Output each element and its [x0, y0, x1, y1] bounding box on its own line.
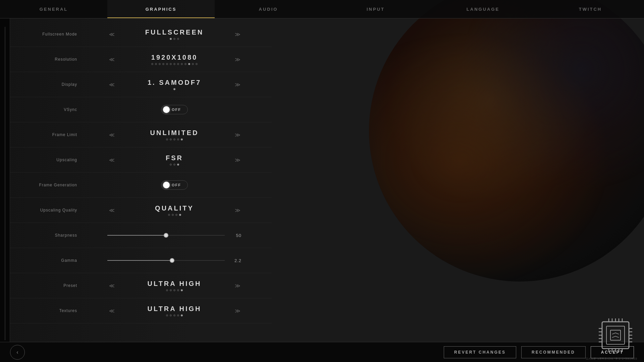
setting-label-upscaling-quality: Upscaling Quality — [20, 208, 87, 213]
arrow-left-upscaling[interactable]: ≪ — [107, 155, 116, 165]
dot-resolution-10 — [188, 63, 190, 65]
slider-thumb-gamma[interactable] — [170, 258, 174, 263]
dot-resolution-9 — [184, 63, 186, 65]
setting-label-preset: Preset — [20, 283, 87, 288]
toggle-knob-vsync — [163, 106, 170, 113]
settings-panel: Fullscreen Mode≪FULLSCREEN≫Resolution≪19… — [10, 18, 272, 342]
setting-label-resolution: Resolution — [20, 57, 87, 62]
setting-row-textures: Textures≪ULTRA HIGH≫ — [10, 298, 272, 323]
arrow-right-frame-limit[interactable]: ≫ — [233, 130, 241, 140]
toggle-label-vsync: OFF — [172, 108, 181, 112]
setting-row-vsync: VSyncOFF — [10, 97, 272, 122]
setting-label-gamma: Gamma — [20, 258, 87, 263]
dot-resolution-2 — [159, 63, 161, 65]
arrow-control-fullscreen-mode: ≪FULLSCREEN≫ — [107, 28, 241, 40]
tab-twitch[interactable]: TWITCH — [537, 0, 644, 18]
dot-upscaling-2 — [177, 164, 179, 166]
dots-preset — [116, 289, 233, 291]
slider-thumb-sharpness[interactable] — [164, 233, 168, 238]
value-container-upscaling-quality: QUALITY — [116, 204, 233, 216]
setting-label-fullscreen-mode: Fullscreen Mode — [20, 32, 87, 37]
arrow-left-textures[interactable]: ≪ — [107, 306, 116, 316]
dot-preset-2 — [173, 289, 175, 291]
arrow-left-frame-limit[interactable]: ≪ — [107, 130, 116, 140]
setting-control-textures: ≪ULTRA HIGH≫ — [87, 305, 262, 316]
tab-input[interactable]: INPUT — [322, 0, 429, 18]
slider-track-sharpness[interactable] — [107, 235, 225, 236]
bottom-bar: ‹ REVERT CHANGES RECOMMENDED ACCEPT — [0, 342, 644, 362]
dot-frame-limit-2 — [173, 138, 175, 140]
dot-resolution-11 — [192, 63, 194, 65]
slider-fill-gamma — [107, 260, 172, 261]
svg-rect-2 — [610, 330, 621, 340]
dot-resolution-5 — [170, 63, 172, 65]
dot-upscaling-quality-3 — [179, 214, 181, 216]
setting-control-frame-limit: ≪UNLIMITED≫ — [87, 129, 262, 140]
dots-fullscreen-mode — [116, 38, 233, 40]
arrow-left-fullscreen-mode[interactable]: ≪ — [107, 29, 116, 39]
dots-display — [116, 88, 233, 90]
arrow-right-preset[interactable]: ≫ — [233, 281, 241, 291]
dot-resolution-8 — [181, 63, 183, 65]
toggle-knob-frame-generation — [163, 182, 170, 188]
arrow-right-display[interactable]: ≫ — [233, 80, 241, 89]
main-content: Fullscreen Mode≪FULLSCREEN≫Resolution≪19… — [0, 18, 644, 342]
arrow-left-display[interactable]: ≪ — [107, 80, 116, 89]
arrow-right-textures[interactable]: ≫ — [233, 306, 241, 316]
arrow-value-preset: ULTRA HIGH — [116, 280, 233, 288]
dots-textures — [116, 314, 233, 316]
setting-label-display: Display — [20, 82, 87, 87]
arrow-value-upscaling-quality: QUALITY — [116, 204, 233, 212]
version-text: GAME VERSION: 5.2.1-391689 — [586, 357, 637, 360]
setting-row-preset: Preset≪ULTRA HIGH≫ — [10, 273, 272, 298]
dot-display-0 — [173, 88, 175, 90]
recommended-button[interactable]: RECOMMENDED — [521, 346, 586, 358]
arrow-left-upscaling-quality[interactable]: ≪ — [107, 205, 116, 215]
dot-resolution-12 — [196, 63, 198, 65]
setting-label-sharpness: Sharpness — [20, 233, 87, 238]
dot-preset-3 — [177, 289, 179, 291]
arrow-right-upscaling[interactable]: ≫ — [233, 155, 241, 165]
arrow-right-upscaling-quality[interactable]: ≫ — [233, 205, 241, 215]
dot-upscaling-0 — [170, 164, 172, 166]
toggle-vsync[interactable]: OFF — [161, 105, 188, 114]
setting-row-gamma: Gamma2.2 — [10, 248, 272, 273]
arrow-left-resolution[interactable]: ≪ — [107, 55, 116, 64]
slider-track-gamma[interactable] — [107, 260, 225, 261]
setting-control-gamma: 2.2 — [87, 258, 262, 263]
arrow-right-resolution[interactable]: ≫ — [233, 55, 241, 64]
nav-tabs: GENERALGRAPHICSAUDIOINPUTLANGUAGETWITCH — [0, 0, 644, 18]
dot-upscaling-quality-1 — [172, 214, 174, 216]
dot-frame-limit-3 — [177, 138, 179, 140]
setting-control-upscaling-quality: ≪QUALITY≫ — [87, 204, 262, 216]
tab-general[interactable]: GENERAL — [0, 0, 107, 18]
dot-textures-0 — [166, 314, 168, 316]
arrow-value-textures: ULTRA HIGH — [116, 305, 233, 313]
arrow-control-resolution: ≪1920X1080≫ — [107, 54, 241, 65]
value-container-resolution: 1920X1080 — [116, 54, 233, 65]
setting-control-preset: ≪ULTRA HIGH≫ — [87, 280, 262, 291]
tab-graphics[interactable]: GRAPHICS — [107, 0, 215, 18]
setting-row-frame-limit: Frame Limit≪UNLIMITED≫ — [10, 122, 272, 147]
toggle-frame-generation[interactable]: OFF — [161, 180, 188, 190]
setting-control-display: ≪1. SAMODF7≫ — [87, 79, 262, 90]
arrow-control-frame-limit: ≪UNLIMITED≫ — [107, 129, 241, 140]
dot-upscaling-quality-0 — [168, 214, 170, 216]
revert-button[interactable]: REVERT CHANGES — [444, 346, 516, 358]
setting-label-textures: Textures — [20, 308, 87, 313]
dots-resolution — [116, 63, 233, 65]
arrow-right-fullscreen-mode[interactable]: ≫ — [233, 29, 241, 39]
dot-resolution-1 — [155, 63, 157, 65]
slider-fill-sharpness — [107, 235, 166, 236]
arrow-left-preset[interactable]: ≪ — [107, 281, 116, 291]
dot-resolution-3 — [162, 63, 164, 65]
arrow-control-display: ≪1. SAMODF7≫ — [107, 79, 241, 90]
dot-textures-1 — [170, 314, 172, 316]
tab-language[interactable]: LANGUAGE — [429, 0, 537, 18]
setting-label-upscaling: Upscaling — [20, 158, 87, 162]
dot-resolution-6 — [173, 63, 175, 65]
arrow-value-resolution: 1920X1080 — [116, 54, 233, 61]
tab-audio[interactable]: AUDIO — [215, 0, 322, 18]
setting-row-display: Display≪1. SAMODF7≫ — [10, 72, 272, 97]
back-button[interactable]: ‹ — [10, 345, 25, 360]
